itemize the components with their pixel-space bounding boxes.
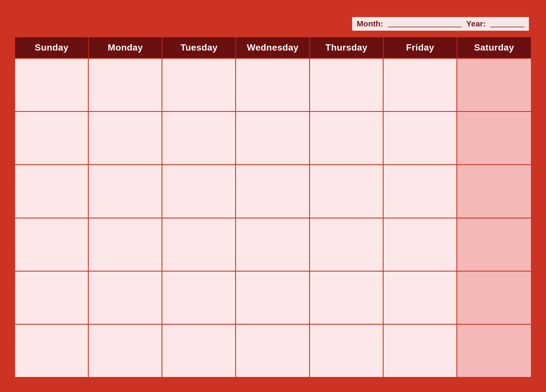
header-row: Month: Year: <box>14 14 532 36</box>
day-header-sunday: Sunday <box>15 37 89 58</box>
cell-1-6[interactable] <box>384 59 457 111</box>
day-header-monday: Monday <box>89 37 162 58</box>
day-header-friday: Friday <box>384 37 457 58</box>
cell-3-2[interactable] <box>89 165 162 217</box>
month-label: Month: <box>357 19 383 28</box>
cell-2-7[interactable] <box>457 112 531 164</box>
day-header-thursday: Thursday <box>310 37 384 58</box>
day-header-tuesday: Tuesday <box>162 37 236 58</box>
cell-5-3[interactable] <box>162 272 236 324</box>
cell-1-4[interactable] <box>236 59 310 111</box>
calendar-body <box>15 58 531 377</box>
cell-2-4[interactable] <box>236 112 310 164</box>
cell-2-1[interactable] <box>15 112 89 164</box>
cell-1-2[interactable] <box>89 59 162 111</box>
cell-1-7[interactable] <box>457 59 531 111</box>
cell-6-2[interactable] <box>89 325 162 377</box>
day-header-wednesday: Wednesday <box>236 37 310 58</box>
year-input-field[interactable] <box>490 20 524 27</box>
calendar-row-1 <box>15 58 531 111</box>
cell-4-7[interactable] <box>457 218 531 271</box>
cell-5-4[interactable] <box>236 272 310 324</box>
cell-4-4[interactable] <box>236 218 310 271</box>
cell-1-5[interactable] <box>310 59 384 111</box>
cell-6-3[interactable] <box>162 325 236 377</box>
cell-5-5[interactable] <box>310 272 384 324</box>
cell-1-3[interactable] <box>162 59 236 111</box>
calendar-row-4 <box>15 218 531 271</box>
cell-4-1[interactable] <box>15 218 89 271</box>
calendar-row-6 <box>15 324 531 377</box>
cell-2-5[interactable] <box>310 112 384 164</box>
cell-3-3[interactable] <box>162 165 236 217</box>
cell-3-1[interactable] <box>15 165 89 217</box>
page-container: Month: Year: Sunday Monday Tuesday Wedne… <box>14 14 532 378</box>
cell-4-3[interactable] <box>162 218 236 271</box>
cell-6-4[interactable] <box>236 325 310 377</box>
cell-3-4[interactable] <box>236 165 310 217</box>
year-label: Year: <box>466 19 486 28</box>
cell-6-6[interactable] <box>384 325 457 377</box>
calendar-row-3 <box>15 164 531 217</box>
cell-2-2[interactable] <box>89 112 162 164</box>
calendar: Sunday Monday Tuesday Wednesday Thursday… <box>14 36 532 378</box>
cell-1-1[interactable] <box>15 59 89 111</box>
cell-4-2[interactable] <box>89 218 162 271</box>
day-header-saturday: Saturday <box>457 37 531 58</box>
cell-5-1[interactable] <box>15 272 89 324</box>
cell-4-5[interactable] <box>310 218 384 271</box>
cell-6-5[interactable] <box>310 325 384 377</box>
cell-2-6[interactable] <box>384 112 457 164</box>
calendar-row-2 <box>15 111 531 164</box>
cell-3-7[interactable] <box>457 165 531 217</box>
cell-6-1[interactable] <box>15 325 89 377</box>
cell-5-6[interactable] <box>384 272 457 324</box>
month-year-container: Month: Year: <box>352 17 529 31</box>
cell-4-6[interactable] <box>384 218 457 271</box>
cell-6-7[interactable] <box>457 325 531 377</box>
cell-5-7[interactable] <box>457 272 531 324</box>
month-input-field[interactable] <box>388 20 462 27</box>
cell-2-3[interactable] <box>162 112 236 164</box>
calendar-header: Sunday Monday Tuesday Wednesday Thursday… <box>15 37 531 58</box>
cell-3-6[interactable] <box>384 165 457 217</box>
cell-3-5[interactable] <box>310 165 384 217</box>
calendar-row-5 <box>15 271 531 324</box>
cell-5-2[interactable] <box>89 272 162 324</box>
